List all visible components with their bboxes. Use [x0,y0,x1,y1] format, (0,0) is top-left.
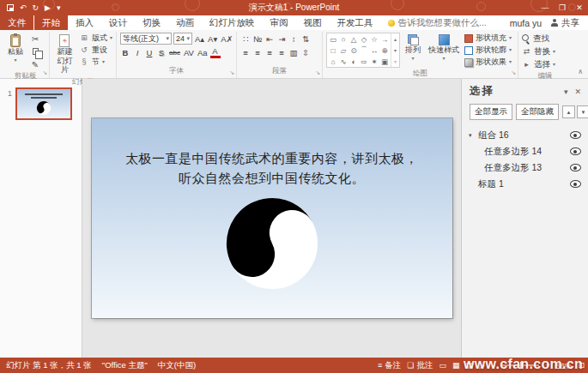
justify-button[interactable]: ≡ [276,46,287,58]
selection-item-title[interactable]: 标题 1 [462,176,588,192]
align-right-button[interactable]: ≡ [264,46,275,58]
shrink-font-button[interactable]: A▾ [207,33,218,45]
select-button[interactable]: ▸ 选择 ▾ [522,58,555,70]
shape-gallery-item[interactable]: ⇨ [359,56,369,67]
share-button[interactable]: 共享 [550,17,579,29]
restore-button[interactable]: ❐ [554,3,571,12]
minimize-button[interactable]: — [536,3,554,12]
copy-button[interactable] [28,45,42,57]
shape-gallery-item[interactable]: ▣ [379,56,390,67]
shape-gallery-item[interactable]: ⊙ [349,45,359,56]
tab-developer[interactable]: 开发工具 [330,15,381,30]
tab-transitions[interactable]: 切换 [135,15,168,30]
tell-me-box[interactable]: 告诉我您想要做什么... [381,15,494,30]
tab-view[interactable]: 视图 [296,15,330,30]
bold-button[interactable]: B [120,46,130,58]
selection-item-freeform[interactable]: 任意多边形 14 [462,143,588,159]
comments-button[interactable]: ❏ 批注 [407,360,433,371]
bullets-button[interactable]: ∷ [240,33,251,45]
visibility-eye-icon[interactable] [570,147,581,155]
visibility-eye-icon[interactable] [570,180,581,188]
layout-button[interactable]: ⊞ 版式 ▾ [79,33,112,44]
reset-button[interactable]: ↺ 重设 [79,45,112,56]
arrange-button[interactable]: 排列 ▾ [403,33,423,63]
notes-button[interactable]: ≡ 备注 [378,360,401,371]
shape-gallery-item[interactable]: □ [328,45,338,56]
shape-gallery-item[interactable]: ○ [338,33,349,45]
slide-sorter-view-button[interactable]: ▦ [452,361,460,370]
strikethrough-button[interactable]: abc [168,46,181,58]
shape-gallery-item[interactable]: ⌂ [328,56,338,67]
grow-font-button[interactable]: A▴ [194,33,205,45]
tab-home[interactable]: 开始 [34,15,68,30]
pane-options-icon[interactable]: ▾ [564,87,568,96]
shape-fill-button[interactable]: 形状填充 ▾ [464,33,512,44]
replace-button[interactable]: ⇄ 替换 ▾ [522,45,555,57]
gallery-down-icon[interactable]: ▾ [391,45,399,56]
shape-effects-button[interactable]: 形状效果 ▾ [464,57,512,68]
tab-animations[interactable]: 动画 [168,15,202,30]
tab-slideshow[interactable]: 幻灯片放映 [202,15,263,30]
align-text-button[interactable]: ⇳ [300,46,311,58]
dialog-launcher-icon[interactable]: ↘ [511,69,516,76]
shape-outline-button[interactable]: 形状轮廓 ▾ [464,45,512,56]
undo-icon[interactable]: ↶ [20,4,27,12]
clear-formatting-button[interactable]: A✗ [220,33,233,45]
shape-gallery-item[interactable]: → [379,33,390,45]
increase-indent-button[interactable]: ⇥ [276,33,287,45]
font-size-select[interactable]: 24 ▾ [173,33,192,45]
shape-gallery-item[interactable]: ⊕ [379,45,390,56]
find-button[interactable]: 查找 [522,33,555,45]
start-slideshow-icon[interactable]: ▶ [45,4,51,12]
text-shadow-button[interactable]: S [156,46,167,58]
underline-button[interactable]: U [144,46,155,58]
slide-count-status[interactable]: 幻灯片 第 1 张，共 1 张 [6,360,92,371]
tab-review[interactable]: 审阅 [263,15,296,30]
account-name[interactable]: mufa yu [510,18,542,28]
shape-gallery-item[interactable]: △ [349,33,359,45]
language-status[interactable]: 中文(中国) [158,360,196,371]
theme-status[interactable]: "Office 主题" [102,360,148,371]
shape-gallery-item[interactable]: ✶ [369,56,379,67]
quick-styles-button[interactable]: 快速样式 ▾ [426,33,462,63]
dialog-launcher-icon[interactable]: ↘ [315,69,320,76]
close-button[interactable]: ✕ [571,3,588,12]
format-painter-button[interactable]: ✎ [28,58,42,70]
align-left-button[interactable]: ≡ [240,46,251,58]
collapse-icon[interactable]: ▾ [469,132,478,139]
shape-gallery-item[interactable]: ↔ [369,45,379,56]
new-slide-button[interactable]: ✳ 新建 幻灯片 [53,33,76,76]
paste-button[interactable]: 粘贴 ▾ [5,33,26,64]
visibility-eye-icon[interactable] [570,164,581,171]
section-button[interactable]: § 节 ▾ [79,57,112,68]
columns-button[interactable]: ▥ [288,46,299,58]
tab-design[interactable]: 设计 [101,15,135,30]
numbering-button[interactable]: № [252,33,263,45]
shape-gallery-item[interactable]: ▭ [328,33,338,45]
taiji-symbol[interactable] [221,193,323,294]
font-color-button[interactable]: A [210,47,221,58]
line-spacing-button[interactable]: ↕ [288,33,299,45]
font-name-select[interactable]: 等线(正文) ▾ [120,33,172,45]
visibility-eye-icon[interactable] [570,131,581,139]
dialog-launcher-icon[interactable]: ↘ [229,69,234,76]
italic-button[interactable]: I [132,46,142,58]
shapes-gallery[interactable]: ▭ ○ △ ◇ ☆ → □ ▱ ⊙ ⌒ ↔ ⊕ ⌂ ∿ ◐ ⇨ ✶ [326,33,400,68]
bring-forward-button[interactable]: ▲ [562,105,575,118]
pane-close-icon[interactable]: ✕ [574,87,581,96]
save-icon[interactable] [7,4,14,11]
slide[interactable]: 太极一直是中国传统武术的重要内容，讲到太极， 听众自然会想到中国传统文化。 [92,118,452,318]
character-spacing-button[interactable]: AV [183,46,195,58]
qat-customize-icon[interactable]: ▾ [57,4,61,12]
shape-gallery-item[interactable]: ⌒ [359,45,369,56]
cut-button[interactable]: ✂ [28,33,42,45]
redo-icon[interactable]: ↻ [33,4,39,12]
hide-all-button[interactable]: 全部隐藏 [516,104,559,120]
show-all-button[interactable]: 全部显示 [470,104,512,120]
normal-view-button[interactable]: ▭ [439,361,446,370]
shape-gallery-item[interactable]: ☆ [369,33,379,45]
align-center-button[interactable]: ≡ [252,46,263,58]
decrease-indent-button[interactable]: ⇤ [264,33,275,45]
slide-title-placeholder[interactable]: 太极一直是中国传统武术的重要内容，讲到太极， 听众自然会想到中国传统文化。 [125,149,418,188]
dialog-launcher-icon[interactable]: ↘ [42,69,47,76]
